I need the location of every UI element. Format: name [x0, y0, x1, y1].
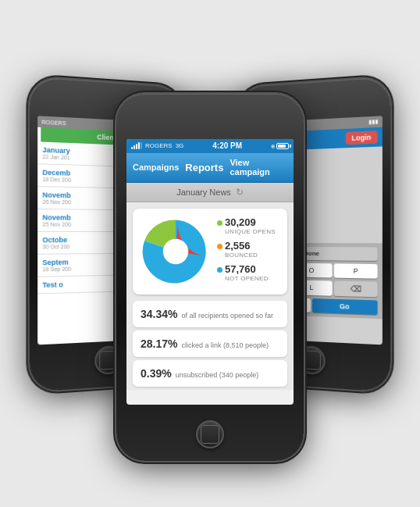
phones-scene: ROGERS ●●● Clients January 22 Jan 201 De… [23, 20, 397, 488]
bounced-label: BOUNCED [225, 252, 258, 259]
chart-legend: 30,209 UNIQUE OPENS 2,556 BOUNCED [217, 216, 279, 287]
unique-opens-number: 30,209 [225, 216, 276, 228]
not-opened-dot [217, 267, 222, 273]
svg-point-0 [163, 238, 188, 263]
stat-percent-2: 28.17% [141, 337, 177, 350]
stat-row-3: 0.39% unsubscribed (340 people) [133, 360, 287, 387]
bounced-dot [217, 244, 222, 249]
login-button[interactable]: Login [345, 130, 377, 145]
battery-fill [278, 145, 286, 148]
network-label: 3G [176, 142, 184, 149]
unique-opens-label: UNIQUE OPENS [225, 228, 276, 235]
pie-chart [141, 216, 211, 287]
home-button-inner [302, 350, 320, 370]
unique-opens-dot [217, 220, 222, 226]
carrier-label: ROGERS [145, 142, 173, 149]
stat-row-1: 34.34% of all recipients opened so far [133, 301, 287, 327]
delete-key[interactable]: ⌫ [334, 280, 378, 297]
stat-percent-3: 0.39% [141, 367, 172, 380]
center-home-button[interactable] [196, 420, 224, 448]
stat-desc-3: unsubscribed (340 people) [176, 371, 259, 379]
status-bar-right: ⎈ [271, 142, 289, 150]
center-phone-screen: ROGERS 3G 4:20 PM ⎈ Campaigns Reports Vi… [126, 139, 294, 405]
home-button-inner [99, 350, 117, 370]
battery-icon [276, 143, 289, 149]
stat-row-2: 28.17% clicked a link (8,510 people) [133, 330, 287, 357]
left-carrier: ROGERS [41, 119, 66, 126]
center-phone: ROGERS 3G 4:20 PM ⎈ Campaigns Reports Vi… [116, 94, 304, 461]
right-battery: ▮▮▮ [368, 118, 378, 125]
bounced-number: 2,556 [225, 240, 258, 252]
nav-bar: Campaigns Reports View campaign [126, 153, 294, 183]
not-opened-number: 57,760 [225, 263, 269, 275]
chart-card: 30,209 UNIQUE OPENS 2,556 BOUNCED [133, 209, 287, 295]
view-campaign-button[interactable]: View campaign [223, 153, 294, 182]
stat-percent-1: 34.34% [141, 308, 177, 320]
status-bar-left: ROGERS 3G [131, 142, 183, 149]
status-bar: ROGERS 3G 4:20 PM ⎈ [126, 139, 294, 153]
bluetooth-icon: ⎈ [271, 142, 275, 150]
stat-desc-2: clicked a link (8,510 people) [181, 341, 269, 349]
home-button-inner [201, 425, 219, 444]
refresh-button[interactable]: ↻ [236, 187, 244, 198]
stat-desc-1: of all recipients opened so far [181, 312, 273, 320]
time-display: 4:20 PM [212, 141, 242, 150]
not-opened-label: NOT OPENED [225, 275, 269, 282]
go-key[interactable]: Go [312, 298, 378, 315]
legend-unique-opens: 30,209 UNIQUE OPENS [217, 216, 279, 235]
campaigns-button[interactable]: Campaigns [126, 153, 185, 182]
key-p[interactable]: P [334, 263, 378, 278]
legend-not-opened: 57,760 NOT OPENED [217, 263, 279, 282]
signal-bars [131, 142, 142, 149]
legend-bounced: 2,556 BOUNCED [217, 240, 279, 259]
reports-content: January News ↻ [126, 183, 294, 390]
section-header: January News ↻ [126, 183, 294, 202]
section-title: January News [176, 187, 231, 197]
reports-title: Reports [185, 162, 223, 173]
